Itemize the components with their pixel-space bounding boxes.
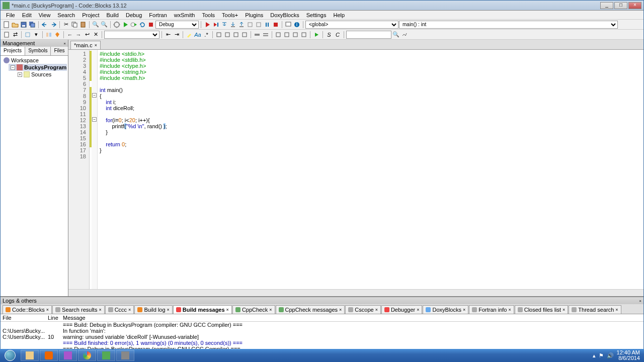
menu-debug[interactable]: Debug xyxy=(122,11,145,19)
log-tab-build-messages[interactable]: Build messages× xyxy=(173,305,232,314)
replace-icon[interactable]: 🔍 xyxy=(100,21,108,29)
undo-icon[interactable] xyxy=(41,21,49,29)
debug-windows-icon[interactable] xyxy=(284,21,292,29)
step-into-instr-icon[interactable] xyxy=(255,21,263,29)
fold-icon[interactable]: − xyxy=(92,93,97,98)
last-jump-icon[interactable]: ↩ xyxy=(83,31,91,39)
sidebar-tab-projects[interactable]: Projects xyxy=(1,47,25,55)
project-tree[interactable]: Workspace − BuckysProgram + Sources xyxy=(1,56,68,296)
settings-icon[interactable] xyxy=(400,31,409,39)
doxy3-icon[interactable] xyxy=(291,31,299,39)
run-profile-icon[interactable] xyxy=(312,31,320,39)
paste-icon[interactable] xyxy=(79,21,87,29)
menu-file[interactable]: File xyxy=(3,11,19,19)
tray-volume-icon[interactable]: 🔊 xyxy=(607,352,614,359)
log-tab-build-log[interactable]: Build log× xyxy=(134,305,172,314)
box2-icon[interactable] xyxy=(223,31,231,39)
function-combo[interactable]: main() : int xyxy=(399,21,618,29)
box1-icon[interactable] xyxy=(215,31,223,39)
tab-close-icon[interactable]: × xyxy=(339,307,342,312)
find-icon[interactable]: 🔍 xyxy=(92,21,100,29)
info-icon[interactable]: i xyxy=(293,21,301,29)
menu-wxsmith[interactable]: wxSmith xyxy=(171,11,199,19)
maximize-button[interactable]: □ xyxy=(614,2,627,9)
tree-sources[interactable]: + Sources xyxy=(16,71,67,78)
doxy4-icon[interactable] xyxy=(300,31,308,39)
scope-combo[interactable]: <global> xyxy=(305,21,398,29)
build-target-combo[interactable]: Debug xyxy=(155,21,199,29)
panel-close-icon[interactable]: × xyxy=(639,299,641,303)
help-c-icon[interactable]: C xyxy=(334,31,342,39)
stop-debug-icon[interactable] xyxy=(272,21,280,29)
message-row[interactable]: C:\Users\Bucky...In function 'main': xyxy=(1,328,643,334)
toggle-icon[interactable]: ⇄ xyxy=(11,31,19,39)
new-file-icon[interactable] xyxy=(3,21,11,29)
tab-close-icon[interactable]: × xyxy=(463,307,465,312)
menu-edit[interactable]: Edit xyxy=(19,11,35,19)
task-other[interactable] xyxy=(116,350,134,361)
cut-icon[interactable]: ✂ xyxy=(62,21,70,29)
task-app1[interactable] xyxy=(59,350,77,361)
log-tab-code-blocks[interactable]: Code::Blocks× xyxy=(3,305,52,314)
forward-icon[interactable]: → xyxy=(74,31,83,39)
save-all-icon[interactable] xyxy=(28,21,36,29)
sidebar-tab-symbols[interactable]: Symbols xyxy=(25,47,51,55)
expand-icon[interactable]: + xyxy=(18,72,22,77)
break-icon[interactable] xyxy=(263,21,271,29)
task-codeblocks[interactable] xyxy=(97,350,115,361)
log-tab-cppcheck-messages[interactable]: CppCheck messages× xyxy=(276,305,345,314)
menu-tools[interactable]: Tools xyxy=(198,11,218,19)
show-options-icon[interactable]: ▾ xyxy=(32,31,40,39)
sidebar-tab-files[interactable]: Files xyxy=(51,47,68,55)
selection-tool-icon[interactable]: Aa xyxy=(194,31,202,39)
menu-build[interactable]: Build xyxy=(103,11,122,19)
menu-project[interactable]: Project xyxy=(78,11,103,19)
tab-close-icon[interactable]: × xyxy=(46,307,49,312)
abort-icon[interactable] xyxy=(147,21,155,29)
tab-close-icon[interactable]: × xyxy=(508,307,511,312)
highligh-icon[interactable] xyxy=(185,31,193,39)
run-icon[interactable] xyxy=(121,21,129,29)
copy-icon[interactable] xyxy=(70,21,78,29)
doc-icon[interactable] xyxy=(3,31,11,39)
select-icon[interactable] xyxy=(24,31,32,39)
regex-icon[interactable]: .* xyxy=(202,31,210,39)
tree-workspace[interactable]: Workspace xyxy=(2,57,67,64)
tab-close-icon[interactable]: × xyxy=(417,307,419,312)
task-explorer[interactable] xyxy=(21,350,39,361)
log-tab-cscope[interactable]: Cscope× xyxy=(345,305,381,314)
log-tab-debugger[interactable]: Debugger× xyxy=(381,305,423,314)
clear-icon[interactable]: ✕ xyxy=(92,31,100,39)
redo-icon[interactable] xyxy=(49,21,57,29)
menu-view[interactable]: View xyxy=(35,11,54,19)
titlebar[interactable]: *main.c [BuckysProgram] - Code::Blocks 1… xyxy=(1,1,643,11)
code-editor[interactable]: 123456789101112131415161718 − − #include… xyxy=(68,50,643,289)
doxy2-icon[interactable] xyxy=(283,31,291,39)
task-chrome[interactable] xyxy=(78,350,96,361)
log-tab-thread-search[interactable]: Thread search× xyxy=(569,305,621,314)
tab-close-icon[interactable]: × xyxy=(269,307,272,312)
next-instr-icon[interactable] xyxy=(246,21,254,29)
tab-close-icon[interactable]: × xyxy=(562,307,565,312)
menu-fortran[interactable]: Fortran xyxy=(145,11,170,19)
search-go-icon[interactable]: 🔍 xyxy=(392,31,400,39)
menu-doxyblocks[interactable]: DoxyBlocks xyxy=(267,11,302,19)
search-input[interactable] xyxy=(346,31,391,39)
build-run-icon[interactable] xyxy=(130,21,138,29)
step-out-icon[interactable] xyxy=(237,21,246,29)
menu-search[interactable]: Search xyxy=(54,11,78,19)
tab-close-icon[interactable]: × xyxy=(615,307,618,312)
minimize-button[interactable]: _ xyxy=(600,2,613,9)
fold-icon[interactable]: − xyxy=(92,117,97,122)
next-bookmark-icon[interactable]: ⇥ xyxy=(173,31,181,39)
save-icon[interactable] xyxy=(20,21,28,29)
marker-icon[interactable] xyxy=(53,31,61,39)
tray-clock[interactable]: 12:40 AM 8/6/2014 xyxy=(617,350,640,361)
doxy1-icon[interactable] xyxy=(274,31,282,39)
close-button[interactable]: × xyxy=(628,2,641,9)
taskbar[interactable]: ▴ ⚑ 🔊 12:40 AM 8/6/2014 xyxy=(0,349,644,362)
expand-icon[interactable]: − xyxy=(11,65,15,70)
message-row[interactable]: === Build: Debug in BuckysProgram (compi… xyxy=(1,322,643,328)
build-icon[interactable] xyxy=(113,21,121,29)
rebuild-icon[interactable] xyxy=(138,21,146,29)
